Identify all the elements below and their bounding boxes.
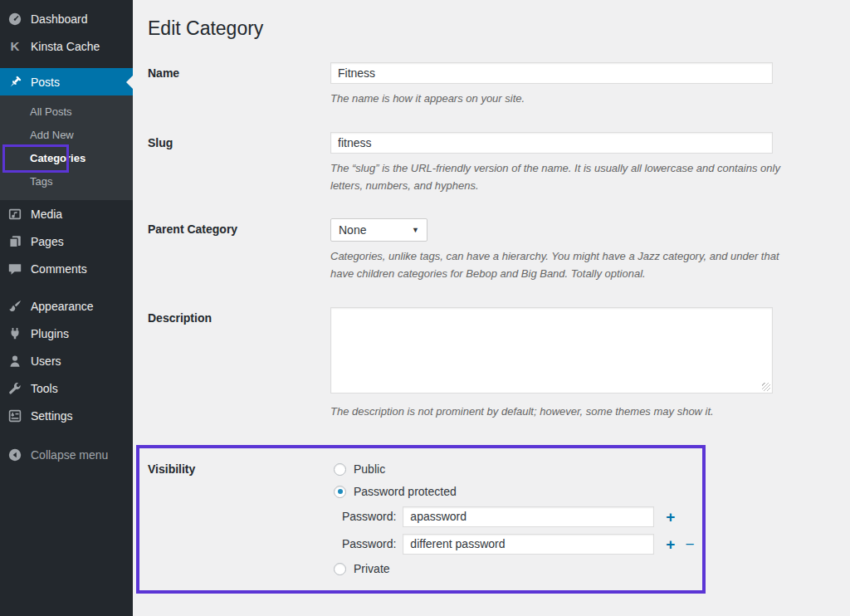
description-row: Description The description is not promi… [148, 307, 850, 421]
admin-sidebar: Dashboard K Kinsta Cache Posts All Posts… [0, 0, 133, 616]
sidebar-item-appearance[interactable]: Appearance [0, 292, 133, 320]
radio-label: Password protected [354, 485, 457, 498]
plugins-icon [7, 325, 23, 342]
sidebar-item-label: Kinsta Cache [31, 40, 100, 53]
visibility-field: Public Password protected Password: + Pa… [334, 458, 695, 580]
description-help-text: The description is not prominent by defa… [330, 403, 773, 421]
sidebar-item-users[interactable]: Users [0, 347, 133, 374]
submenu-item-label: Tags [30, 175, 52, 188]
sidebar-item-collapse-menu[interactable]: Collapse menu [0, 441, 133, 468]
visibility-option-private[interactable]: Private [334, 558, 695, 580]
select-arrow-icon: ▼ [412, 226, 419, 234]
sidebar-item-label: Tools [31, 382, 58, 395]
visibility-label: Visibility [148, 458, 334, 580]
sidebar-item-comments[interactable]: Comments [0, 255, 133, 282]
password-row-2: Password: + − [334, 530, 695, 558]
visibility-option-public[interactable]: Public [334, 458, 695, 481]
description-field: The description is not prominent by defa… [330, 307, 773, 421]
sidebar-item-settings[interactable]: Settings [0, 402, 133, 429]
sidebar-item-media[interactable]: Media [0, 200, 133, 227]
description-textarea-wrap [330, 307, 773, 394]
sidebar-item-label: Settings [31, 409, 73, 423]
add-password-button[interactable]: + [666, 509, 675, 525]
appearance-icon [7, 298, 23, 315]
pages-icon [7, 233, 23, 250]
users-icon [7, 353, 23, 369]
radio-label: Public [354, 462, 385, 476]
slug-row: Slug The “slug” is the URL-friendly vers… [148, 132, 850, 195]
sidebar-item-label: Posts [31, 76, 60, 89]
media-icon [7, 206, 23, 222]
wordpress-admin-page: Dashboard K Kinsta Cache Posts All Posts… [0, 0, 850, 616]
password-label: Password: [342, 537, 396, 550]
radio-password-protected[interactable] [334, 486, 346, 498]
submenu-item-label: All Posts [30, 105, 72, 118]
kinsta-icon: K [7, 38, 23, 55]
main-content: Edit Category Name The name is how it ap… [133, 0, 850, 616]
sidebar-item-categories[interactable]: Categories [0, 147, 133, 170]
sidebar-item-label: Plugins [31, 327, 69, 340]
slug-field: The “slug” is the URL-friendly version o… [330, 132, 797, 195]
visibility-highlight-box: Visibility Public Password protected Pas… [136, 445, 706, 594]
collapse-icon [7, 447, 23, 463]
radio-public[interactable] [334, 463, 346, 476]
tools-icon [7, 380, 23, 397]
sidebar-item-tags[interactable]: Tags [0, 170, 133, 193]
posts-submenu: All Posts Add New Categories Tags [0, 95, 133, 200]
parent-category-select[interactable]: None ▼ [330, 218, 427, 242]
password-input-2[interactable] [403, 534, 654, 555]
sidebar-item-pages[interactable]: Pages [0, 227, 133, 255]
sidebar-separator [0, 60, 133, 68]
sidebar-item-label: Media [31, 208, 62, 221]
sidebar-item-kinsta-cache[interactable]: K Kinsta Cache [0, 32, 133, 60]
sidebar-item-tools[interactable]: Tools [0, 374, 133, 402]
comments-icon [7, 261, 23, 277]
submenu-item-label: Add New [30, 129, 74, 141]
sidebar-item-posts[interactable]: Posts [0, 68, 133, 95]
sidebar-item-label: Pages [31, 235, 64, 248]
slug-help-text: The “slug” is the URL-friendly version o… [330, 160, 797, 195]
sidebar-item-label: Collapse menu [31, 448, 108, 462]
edit-category-form: Name The name is how it appears on your … [148, 62, 850, 616]
sidebar-item-label: Appearance [31, 300, 94, 313]
password-input-1[interactable] [403, 506, 654, 527]
name-row: Name The name is how it appears on your … [148, 62, 850, 108]
parent-category-field: None ▼ Categories, unlike tags, can have… [330, 218, 797, 283]
name-field: The name is how it appears on your site. [330, 62, 773, 108]
sidebar-item-label: Comments [31, 262, 87, 276]
name-label: Name [148, 62, 330, 108]
sidebar-item-all-posts[interactable]: All Posts [0, 100, 133, 124]
sidebar-item-add-new[interactable]: Add New [0, 124, 133, 147]
sidebar-item-plugins[interactable]: Plugins [0, 320, 133, 347]
sidebar-item-label: Users [31, 354, 61, 368]
radio-private[interactable] [334, 563, 346, 575]
page-title: Edit Category [148, 10, 850, 49]
password-row-1: Password: + [334, 503, 695, 530]
remove-password-button[interactable]: − [685, 536, 694, 552]
pushpin-icon [7, 74, 23, 90]
password-label: Password: [342, 510, 396, 523]
slug-label: Slug [148, 132, 330, 195]
dashboard-icon [7, 11, 23, 27]
slug-input[interactable] [330, 132, 773, 154]
sidebar-item-dashboard[interactable]: Dashboard [0, 5, 133, 32]
settings-icon [7, 408, 23, 424]
name-help-text: The name is how it appears on your site. [330, 90, 773, 108]
visibility-option-password-protected[interactable]: Password protected [334, 481, 695, 503]
sidebar-item-label: Dashboard [31, 12, 88, 26]
parent-category-help-text: Categories, unlike tags, can have a hier… [330, 248, 797, 283]
radio-label: Private [354, 562, 390, 575]
name-input[interactable] [330, 62, 773, 84]
parent-category-label: Parent Category [148, 218, 330, 283]
submenu-item-label: Categories [30, 152, 85, 164]
parent-category-row: Parent Category None ▼ Categories, unlik… [148, 218, 850, 283]
sidebar-separator [0, 282, 133, 292]
description-textarea[interactable] [330, 307, 773, 394]
parent-category-selected-value: None [339, 223, 366, 237]
add-password-button[interactable]: + [666, 536, 675, 552]
description-label: Description [148, 307, 330, 421]
